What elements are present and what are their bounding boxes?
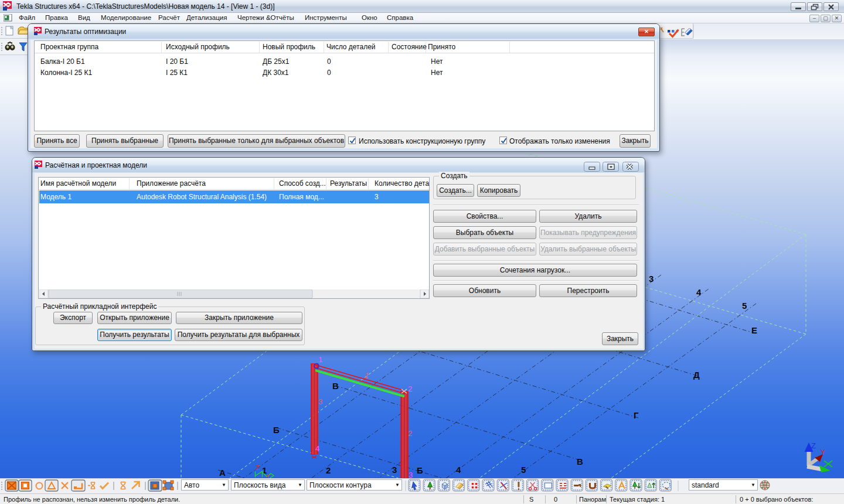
svg-text:Д: Д [693,370,700,380]
svg-text:4: 4 [696,287,702,297]
svg-text:Е: Е [751,325,757,335]
svg-text:В: В [577,457,583,466]
svg-text:4: 4 [456,465,461,475]
svg-text:1: 1 [363,370,370,380]
svg-text:Г: Г [634,410,639,420]
svg-text:Y: Y [266,473,270,478]
svg-text:1: 1 [318,355,322,364]
svg-text:Z: Z [811,441,816,450]
svg-text:2: 2 [326,465,331,475]
svg-text:5: 5 [521,465,526,475]
svg-text:3: 3 [392,465,397,475]
svg-text:3: 3 [409,471,413,478]
svg-text:5: 5 [742,301,747,311]
svg-text:В: В [332,381,339,391]
svg-text:Z: Z [256,464,260,471]
svg-text:3: 3 [649,274,654,284]
svg-text:Y: Y [821,448,825,457]
svg-text:4: 4 [315,444,319,453]
svg-text:Б: Б [273,425,280,435]
svg-text:А: А [219,468,226,478]
svg-text:3: 3 [318,397,322,406]
svg-text:2: 2 [408,384,412,393]
svg-text:Б: Б [417,465,423,475]
svg-text:2: 2 [408,429,412,438]
